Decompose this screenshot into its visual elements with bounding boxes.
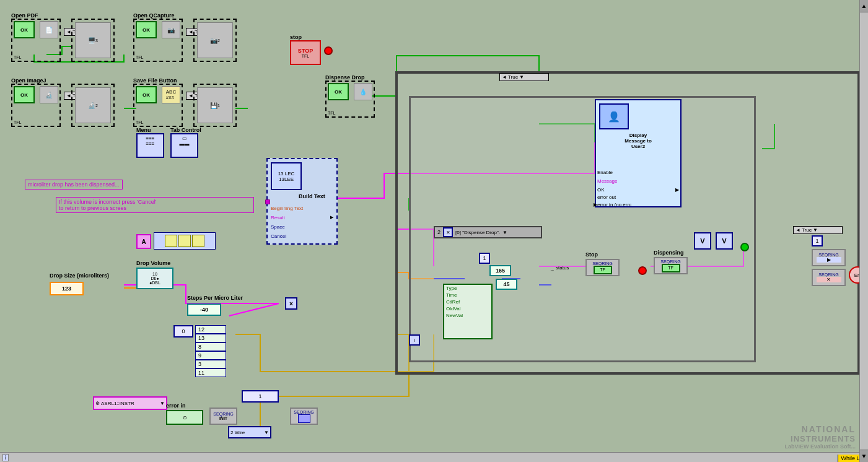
right-seqring-1[interactable]: SEQRING ▶: [812, 249, 846, 266]
menu-label: Menu: [136, 127, 151, 133]
open-qcapture-ok: OK: [136, 21, 157, 38]
status-arrow: →: [550, 268, 555, 273]
number-array: 12 13 8 9 3 11: [195, 325, 226, 377]
open-qcapture-icon: 📷: [162, 21, 180, 38]
open-imagej-icon: 🔬: [40, 86, 58, 103]
display-msg-error-in: error in (no errc: [597, 202, 631, 207]
type-label: Type: [444, 285, 491, 292]
right-seqring-2[interactable]: SEQRING ✕: [812, 269, 846, 286]
event-struct: Type Time CtlRef OldVal NewVal: [443, 284, 493, 339]
array-index-zero: 0: [173, 325, 193, 338]
oldval-label: OldVal: [444, 305, 491, 312]
build-text-terminal: [265, 199, 270, 204]
drop-size-label: Drop Size (microliters): [50, 272, 109, 279]
open-imagej-label: Open ImageJ: [11, 77, 46, 84]
comment-volume-text: If this volume is incorrect press 'Cance…: [59, 199, 157, 211]
steps-per-micro-value: -40: [200, 307, 208, 313]
init-block[interactable]: SEQRING INIT: [209, 408, 237, 425]
open-qcapture-block[interactable]: OK TFL 📷: [133, 19, 183, 62]
ctlref-label: CtlRef: [444, 299, 491, 305]
build-text-result: Result: [271, 215, 285, 220]
open-imagej-tfl: TFL: [14, 120, 21, 124]
value-1-indicator: 1: [242, 390, 279, 403]
dispense-drop-ok: OK: [328, 83, 349, 100]
save-file-icon: ABC###: [162, 86, 180, 103]
open-imagej-inner: 🔬2: [71, 84, 115, 127]
a-node-connectors: [154, 232, 216, 250]
build-text-result-arrow: ▶: [330, 215, 333, 220]
val-45: 45: [496, 279, 517, 290]
v-node-2: V: [716, 232, 733, 250]
error-in-block: ⊙: [166, 410, 203, 425]
case-selector[interactable]: 2 ✕ [0] "Dispense Drop". ▼: [434, 226, 542, 238]
save-file-block[interactable]: OK TFL ABC###: [133, 84, 183, 127]
build-text-cancel: Cancel: [271, 233, 286, 239]
open-qcapture-inner-icon: 📷2: [197, 22, 233, 58]
ni-logo-line3: LabVIEW Evaluation Soft...: [784, 443, 856, 450]
open-pdf-true-arrow: ◄: [66, 29, 71, 35]
menu-block[interactable]: ≡≡≡≡≡≡: [136, 133, 164, 158]
drop-volume-block[interactable]: 10Db●●DBL: [136, 268, 173, 289]
drop-size-value: 123: [62, 285, 71, 292]
right-true-selector[interactable]: ◄ True ▼: [793, 226, 843, 234]
open-pdf-tfl: TFL: [14, 55, 21, 59]
v-node-1: V: [694, 232, 711, 250]
display-msg-enable: Enable: [597, 170, 613, 175]
display-msg-icon: 👤: [599, 103, 629, 129]
save-file-tfl: TFL: [136, 120, 143, 124]
open-pdf-inner-icon: 🖥️3: [75, 22, 111, 58]
open-qcapture-label: Open QCapture: [133, 12, 175, 19]
tab-control-label: Tab Control: [170, 127, 201, 133]
drop-size-display[interactable]: 123: [50, 282, 84, 295]
time-label: Time: [444, 292, 491, 299]
dispensing-block[interactable]: SEQRING TF: [654, 257, 688, 274]
right-side-blocks: 1 SEQRING ▶ SEQRING ✕: [812, 235, 846, 286]
display-msg-block[interactable]: 👤 DisplayMessage toUser2 Enable Message …: [595, 99, 682, 207]
two-wire-selector[interactable]: 2 Wire ▼: [228, 426, 271, 438]
scrollbar-down-arrow[interactable]: ▼: [860, 450, 868, 462]
ni-logo: NATIONAL INSTRUMENTS LabVIEW Evaluation …: [784, 424, 856, 450]
a-node: A: [136, 234, 151, 249]
dispense-drop-label: Dispense Drop: [325, 74, 365, 81]
open-pdf-block[interactable]: OK TFL 📄: [11, 19, 61, 62]
val-1-loop: 1: [479, 253, 490, 264]
dispense-drop-tfl: TFL: [328, 111, 335, 115]
stop-indicator-led: [324, 46, 333, 55]
scrollbar-up-arrow[interactable]: ▲: [860, 0, 868, 12]
right-val-1: 1: [812, 235, 823, 246]
case-selector-label: [0] "Dispense Drop".: [455, 230, 500, 235]
open-imagej-inner-icon: 🔬2: [75, 87, 111, 123]
scrollbar-right[interactable]: ▲ ▼: [859, 0, 868, 462]
loop-iter: i: [409, 334, 420, 346]
ni-logo-line2: INSTRUMENTS: [784, 434, 856, 443]
comment-volume: If this volume is incorrect press 'Cance…: [56, 197, 254, 213]
status-bar: i: [0, 452, 868, 462]
seqring-block[interactable]: SEQRING: [290, 408, 318, 425]
display-msg-message: Message: [597, 178, 617, 184]
open-imagej-ok: OK: [14, 86, 35, 103]
stop-area: Stop SEQRING TF: [585, 259, 620, 276]
dispensing-area: Dispensing SEQRING TF: [654, 257, 688, 274]
asrl-block[interactable]: ⚙ ASRL1::INSTR ▼: [93, 396, 167, 410]
dispense-drop-icon: 💧: [354, 83, 372, 100]
open-imagej-block[interactable]: OK TFL 🔬: [11, 84, 61, 127]
two-wire-label: 2 Wire: [230, 430, 245, 435]
val-165: 165: [489, 265, 511, 276]
status-position-icon: i: [2, 454, 9, 461]
tab-control-block[interactable]: ▭▬▬: [170, 133, 198, 158]
stop-block[interactable]: STOP TFL: [290, 40, 321, 65]
stop-block-inner[interactable]: SEQRING TF: [585, 259, 620, 276]
save-file-label: Save File Button: [133, 77, 177, 84]
open-pdf-icon: 📄: [40, 21, 58, 38]
steps-per-micro-display: -40: [187, 303, 221, 316]
multiply-node: ×: [285, 297, 297, 310]
stop-text: STOP: [298, 48, 313, 54]
build-text-block[interactable]: 13 LEC 13LEE Build Text Beginning Text R…: [266, 158, 338, 245]
while-loop-true-selector[interactable]: ◄ True ▼: [499, 73, 549, 81]
open-qcapture-inner: 📷2: [193, 19, 237, 62]
dispense-drop-block[interactable]: OK TFL 💧: [325, 81, 375, 118]
stop-label: stop: [290, 34, 302, 40]
open-qcapture-tfl: TFL: [136, 55, 143, 59]
open-pdf-label: Open PDF: [11, 12, 38, 19]
open-pdf-ok: OK: [14, 21, 35, 38]
